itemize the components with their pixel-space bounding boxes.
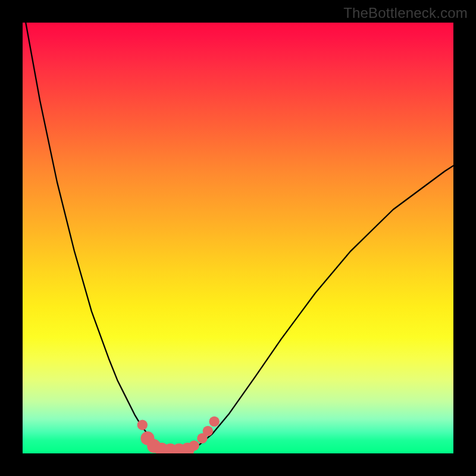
plot-area	[23, 23, 453, 453]
watermark-label: TheBottleneck.com	[343, 5, 468, 21]
chart-frame: TheBottleneck.com	[0, 0, 476, 476]
background-gradient	[23, 23, 453, 453]
